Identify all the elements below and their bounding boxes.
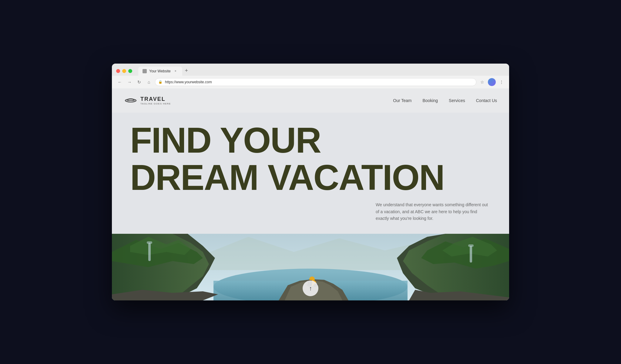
svg-rect-17 (470, 246, 472, 263)
traffic-lights (116, 69, 132, 73)
logo-icon (124, 94, 137, 107)
refresh-button[interactable]: ↻ (136, 78, 143, 86)
logo-tagline: TAGLINE GOES HERE (140, 102, 171, 105)
tab-favicon (143, 69, 147, 73)
url-text: https://www.yourwebsite.com (165, 80, 212, 84)
nav-links: Our Team Booking Services Contact Us (393, 98, 497, 103)
more-menu-icon[interactable]: ⋮ (498, 79, 505, 85)
lock-icon: 🔒 (158, 80, 163, 84)
home-button[interactable]: ⌂ (145, 78, 153, 86)
site-logo: TRAVEL TAGLINE GOES HERE (124, 94, 171, 107)
forward-button[interactable]: → (126, 78, 133, 86)
hero-headline: FIND YOUR DREAM VACATION (130, 122, 491, 197)
tab-title: Your Website (149, 69, 171, 73)
back-button[interactable]: ← (116, 78, 123, 86)
active-tab[interactable]: Your Website × (138, 67, 182, 76)
svg-rect-16 (147, 241, 152, 244)
profile-avatar[interactable] (488, 78, 496, 86)
tab-close-icon[interactable]: × (173, 69, 178, 74)
browser-titlebar: Your Website × + (112, 64, 509, 76)
browser-toolbar: ← → ↻ ⌂ 🔒 https://www.yourwebsite.com ☆ … (112, 76, 509, 88)
website-content: TRAVEL TAGLINE GOES HERE Our Team Bookin… (112, 88, 509, 301)
hero-description: We understand that everyone wants someth… (376, 201, 491, 222)
maximize-button[interactable] (128, 69, 132, 73)
hero-section: FIND YOUR DREAM VACATION We understand t… (112, 113, 509, 234)
tab-bar: Your Website × + (138, 67, 505, 76)
new-tab-button[interactable]: + (182, 67, 191, 75)
toolbar-right: ☆ ⋮ (479, 78, 505, 86)
browser-window: Your Website × + ← → ↻ ⌂ 🔒 https://www.y… (112, 64, 509, 301)
minimize-button[interactable] (122, 69, 126, 73)
nav-booking[interactable]: Booking (422, 98, 438, 103)
logo-text: TRAVEL TAGLINE GOES HERE (140, 96, 171, 105)
svg-rect-15 (148, 243, 151, 261)
logo-title: TRAVEL (140, 96, 171, 102)
nav-contact[interactable]: Contact Us (476, 98, 497, 103)
scroll-up-button[interactable]: ↑ (303, 280, 318, 296)
svg-rect-18 (468, 244, 474, 247)
site-nav: TRAVEL TAGLINE GOES HERE Our Team Bookin… (112, 88, 509, 113)
hero-line2: DREAM VACATION (130, 157, 444, 197)
nav-services[interactable]: Services (449, 98, 465, 103)
hero-line1: FIND YOUR (130, 120, 321, 160)
close-button[interactable] (116, 69, 120, 73)
nav-our-team[interactable]: Our Team (393, 98, 411, 103)
address-bar[interactable]: 🔒 https://www.yourwebsite.com (155, 78, 476, 86)
scenic-section: ↑ (112, 234, 509, 300)
bookmark-icon[interactable]: ☆ (479, 79, 485, 85)
